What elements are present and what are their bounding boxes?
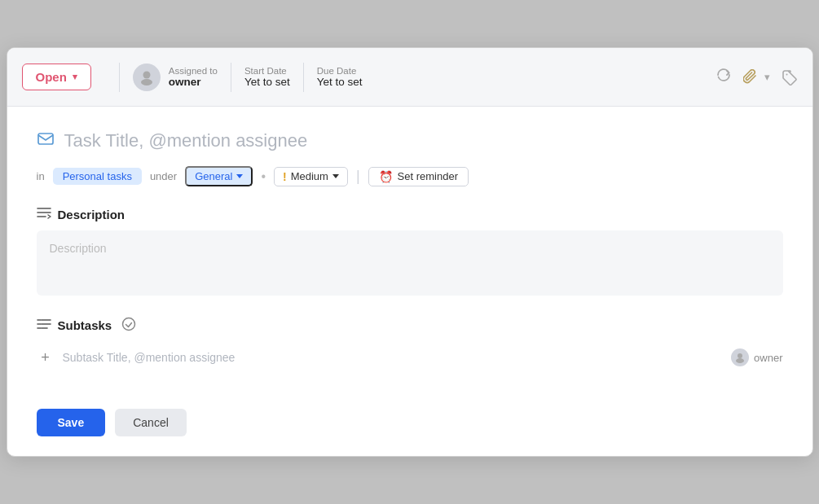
refresh-icon[interactable]	[716, 67, 732, 87]
priority-button[interactable]: ! Medium	[274, 167, 348, 186]
start-date-block[interactable]: Start Date Yet to set	[244, 66, 290, 88]
header-actions: ▾	[716, 67, 798, 87]
modal-header: Open ▾ Assigned to owner Start Date Yet …	[7, 48, 812, 107]
description-icon	[37, 206, 51, 222]
cancel-button[interactable]: Cancel	[115, 409, 187, 436]
svg-point-12	[736, 358, 744, 363]
assigned-text: Assigned to owner	[169, 66, 218, 88]
due-date-block[interactable]: Due Date Yet to set	[317, 66, 363, 88]
header-divider-3	[303, 63, 304, 92]
category-dropdown[interactable]: General	[185, 166, 253, 186]
category-chevron-icon	[236, 174, 243, 178]
start-date-label: Start Date	[244, 66, 290, 76]
add-subtask-button[interactable]: +	[37, 349, 55, 366]
svg-point-1	[141, 79, 152, 85]
subtasks-header: Subtasks	[37, 317, 783, 334]
subtasks-collapse-icon[interactable]	[121, 317, 136, 334]
assigned-block[interactable]: Assigned to owner	[133, 64, 218, 91]
task-title-row	[37, 129, 783, 151]
subtask-avatar	[731, 348, 749, 366]
pipe-separator: |	[356, 168, 360, 185]
priority-label: Medium	[291, 170, 328, 182]
modal-content: in Personal tasks under General • ! Medi…	[7, 107, 812, 394]
assigned-label: Assigned to	[169, 66, 218, 76]
subtask-title-input[interactable]	[63, 351, 724, 364]
open-label: Open	[36, 70, 67, 84]
task-title-input[interactable]	[64, 130, 783, 151]
svg-rect-3	[38, 134, 53, 144]
envelope-icon	[37, 129, 55, 151]
subtask-row: + owner	[37, 344, 783, 371]
header-divider-1	[119, 63, 120, 92]
modal-footer: Save Cancel	[7, 394, 812, 456]
open-chevron-icon: ▾	[73, 72, 77, 82]
under-label: under	[150, 170, 177, 182]
due-date-value: Yet to set	[317, 76, 363, 88]
subtask-owner-label: owner	[754, 352, 782, 364]
subtasks-title: Subtasks	[58, 318, 112, 332]
priority-chevron-icon	[332, 174, 339, 178]
description-header: Description	[37, 206, 783, 222]
start-date-value: Yet to set	[244, 76, 290, 88]
reminder-clock-icon: ⏰	[379, 170, 393, 183]
project-tag[interactable]: Personal tasks	[53, 168, 142, 185]
subtask-owner-block[interactable]: owner	[731, 348, 782, 366]
subtask-section-icon	[37, 318, 51, 334]
reminder-button[interactable]: ⏰ Set reminder	[368, 167, 469, 186]
meta-row: in Personal tasks under General • ! Medi…	[37, 166, 783, 186]
priority-icon: !	[283, 170, 287, 183]
attach-icon[interactable]	[743, 69, 758, 85]
description-input[interactable]	[37, 230, 783, 296]
task-modal: Open ▾ Assigned to owner Start Date Yet …	[7, 47, 813, 457]
svg-point-0	[143, 71, 150, 78]
svg-point-2	[786, 73, 787, 75]
header-divider-2	[231, 63, 231, 92]
save-button[interactable]: Save	[37, 409, 106, 436]
svg-point-10	[123, 318, 135, 331]
assigned-value: owner	[169, 76, 218, 88]
avatar	[133, 64, 161, 91]
description-title: Description	[58, 208, 125, 221]
svg-point-11	[738, 353, 742, 358]
due-date-label: Due Date	[317, 66, 363, 76]
category-label: General	[195, 170, 232, 182]
more-chevron-icon[interactable]: ▾	[764, 71, 770, 83]
reminder-label: Set reminder	[398, 170, 458, 182]
in-label: in	[37, 170, 45, 182]
dot-separator: •	[261, 169, 266, 184]
open-status-button[interactable]: Open ▾	[22, 64, 91, 90]
tag-icon[interactable]	[782, 69, 798, 85]
